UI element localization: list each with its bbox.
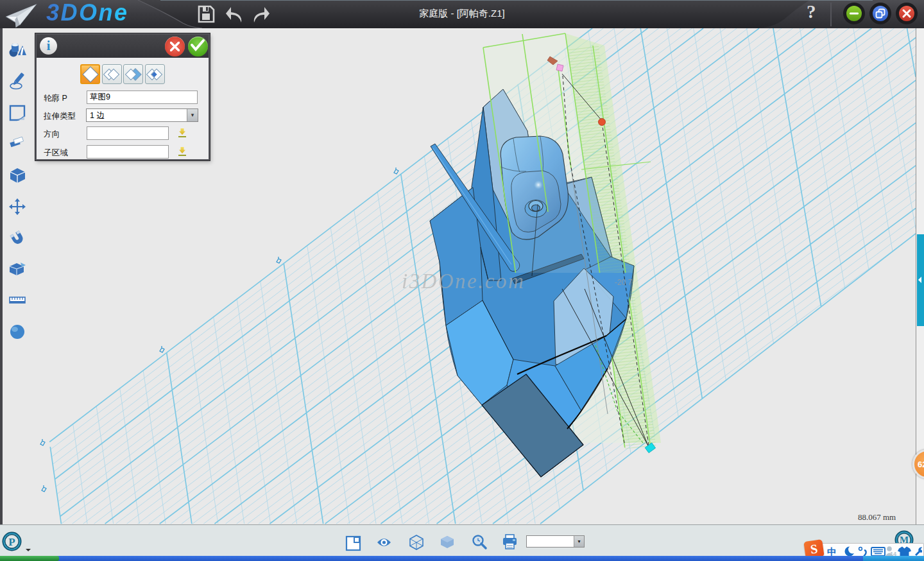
svg-text:88.067 mm: 88.067 mm (858, 512, 896, 522)
svg-text:-20 7: -20 7 (615, 278, 633, 287)
